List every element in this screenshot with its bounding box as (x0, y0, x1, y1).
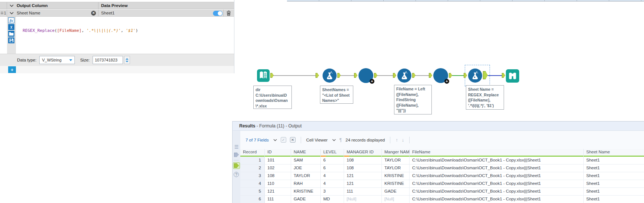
row-rail-header (0, 2, 7, 9)
row-drag-handle[interactable]: 1 (0, 10, 7, 16)
column-header[interactable]: MANAGER ID (344, 149, 382, 157)
formula-config-panel: Output Column Data Preview 1 Sheet Name … (0, 0, 234, 73)
annotation-line: \*.xlsx (256, 103, 290, 109)
column-header[interactable]: Record (240, 149, 265, 157)
cell-record: 2 (240, 164, 265, 172)
annotation-line: ([FileName], (396, 103, 430, 108)
annotation-sheetnames[interactable]: SheetNames ="<List of SheetNames>" (320, 86, 353, 104)
table-row[interactable]: 3 108 TAYLOR 4 121 KRISTINE C:\Users\bin… (240, 172, 644, 180)
formula-tool-selected[interactable] (468, 69, 482, 83)
connection-wire-output[interactable] (488, 75, 503, 76)
cell-sheet-name: Sheet1 (584, 196, 644, 203)
cell-manager-id: 108 (344, 157, 382, 164)
dropdown-caret-icon (69, 59, 72, 61)
whitespace-toggle-icon[interactable]: ¶ (340, 137, 342, 143)
functions-icon[interactable]: fx (8, 17, 14, 23)
size-input[interactable]: 1073741823 (93, 56, 123, 64)
formula-editor-sidebar: fx X (7, 17, 16, 54)
column-header[interactable]: Manger NAME (382, 149, 410, 157)
connection-wire[interactable] (341, 75, 355, 76)
workflow-canvas[interactable] (234, 0, 644, 121)
variables-icon[interactable]: X (8, 24, 14, 30)
table-row[interactable]: 6 111 GADE MD [Null] [Null] C:\Users\bin… (240, 196, 644, 203)
cell-id: 111 (265, 196, 291, 203)
annotation-input-dir[interactable]: dirC:\Users\binua\Downloads\Osman\*.xlsx (253, 86, 292, 109)
fields-dropdown[interactable]: 7 of 7 Fields (246, 138, 269, 142)
column-header[interactable]: NAME (291, 149, 321, 157)
data-type-label: Data type: (17, 58, 36, 62)
cell-level: 3 (321, 188, 344, 195)
formula-token: ) (136, 28, 138, 33)
formula-tool-2[interactable] (397, 69, 411, 83)
formula-token: , (81, 28, 86, 33)
macro-tool-2[interactable]: + (433, 68, 448, 83)
annotation-line: '.*\|\|\|(.*)', '$1') (468, 103, 502, 109)
scroll-down-icon[interactable]: ↓ (402, 137, 404, 143)
browse-tool[interactable] (506, 69, 519, 83)
save-expression-icon[interactable] (8, 37, 14, 43)
output-column-header: Output Column (17, 3, 48, 8)
stepper-down-icon[interactable] (126, 61, 129, 62)
chevron-down-icon[interactable] (273, 139, 277, 141)
table-row[interactable]: 5 121 KRISTINE 3 111 GADE C:\Users\binua… (240, 188, 644, 196)
output-anchor-selected-icon[interactable] (233, 162, 240, 169)
formula-token: REGEX_Replace (23, 28, 54, 33)
collapse-all-chevron[interactable] (7, 4, 16, 7)
cell-level: MD (321, 196, 344, 203)
clear-column-icon[interactable]: ✕ (91, 11, 96, 16)
annotation-sheetname-regex[interactable]: Sheet Name =REGEX_Replace([FileName],'.*… (466, 85, 504, 110)
deselect-x-icon[interactable]: ✕ (290, 137, 296, 143)
table-row[interactable]: 1 101 SAM 6 108 TAYLOR C:\Users\binua\Do… (240, 157, 644, 164)
select-check-icon[interactable]: ✓ (281, 137, 286, 143)
scroll-up-icon[interactable]: ↑ (396, 137, 398, 143)
saved-expressions-folder-icon[interactable] (8, 31, 14, 37)
annotation-line: Names>" (322, 98, 351, 103)
annotation-filename-left[interactable]: FileName = Left([FileName],FindString([F… (394, 85, 432, 114)
table-row[interactable]: 4 110 RAH 4 121 KRISTINE C:\Users\binua\… (240, 180, 644, 188)
column-header[interactable]: FileName (410, 149, 584, 157)
macro-plus-badge-icon: + (444, 79, 449, 84)
cell-viewer-dropdown[interactable]: Cell Viewer (306, 138, 328, 142)
column-header[interactable]: ID (265, 149, 291, 157)
connection-wire[interactable] (377, 75, 394, 76)
annotation-line: ([FileName], (396, 92, 430, 97)
macro-tool-1[interactable]: + (358, 68, 373, 83)
cell-id: 101 (265, 157, 291, 164)
cell-filename: C:\Users\binua\Downloads\Osman\OCT_Book1… (410, 188, 584, 195)
data-preview-header: Data Preview (101, 3, 128, 8)
chevron-down-icon[interactable] (332, 139, 336, 141)
data-type-row: Data type: V_WString Size: 1073741823 (0, 54, 234, 66)
expression-collapse-chevron[interactable] (7, 12, 16, 14)
input-anchor-icon[interactable] (234, 152, 239, 157)
formula-token: , (121, 28, 126, 33)
connection-wire[interactable] (416, 75, 430, 76)
column-header[interactable]: LEVEL (321, 149, 344, 157)
metadata-view-icon[interactable]: ☰ (234, 144, 239, 150)
annotation-line: "|||")) (396, 108, 430, 113)
stepper-up-icon[interactable] (126, 58, 129, 60)
cell-manager-id: 121 (344, 172, 382, 180)
column-header[interactable]: Sheet Name (584, 149, 644, 157)
formula-tool-1[interactable] (323, 69, 337, 83)
input-data-tool[interactable] (257, 69, 270, 82)
cell-sheet-name: Sheet1 (584, 172, 644, 180)
help-icon[interactable]: ? (234, 172, 239, 177)
connection-wire[interactable] (273, 75, 319, 76)
output-column-name-field[interactable]: Sheet Name (17, 11, 91, 15)
cell-record: 4 (240, 180, 265, 187)
size-stepper[interactable] (124, 56, 130, 64)
expression-enabled-toggle[interactable] (213, 11, 223, 16)
cell-level: 6 (321, 157, 344, 164)
add-expression-button[interactable]: + (8, 66, 16, 73)
cell-name: SAM (291, 157, 321, 164)
table-row[interactable]: 2 102 JOE 6 108 TAYLOR C:\Users\binua\Do… (240, 164, 644, 172)
formula-token: ( (54, 28, 57, 33)
expression-row[interactable]: 1 Sheet Name ✕ Sheet1 (0, 10, 234, 17)
macro-plus-badge-icon: + (370, 79, 374, 84)
connection-wire-selected[interactable] (452, 75, 464, 76)
annotation-line: FileName = Left (396, 86, 430, 92)
results-table-header[interactable]: RecordIDNAMELEVELMANAGER IDManger NAMEFi… (240, 149, 644, 157)
data-type-dropdown[interactable]: V_WString (39, 56, 75, 64)
delete-expression-icon[interactable] (226, 10, 232, 16)
formula-expression-editor[interactable]: REGEX_Replace([FileName], '.*\|\|\|(.*)'… (18, 19, 225, 33)
